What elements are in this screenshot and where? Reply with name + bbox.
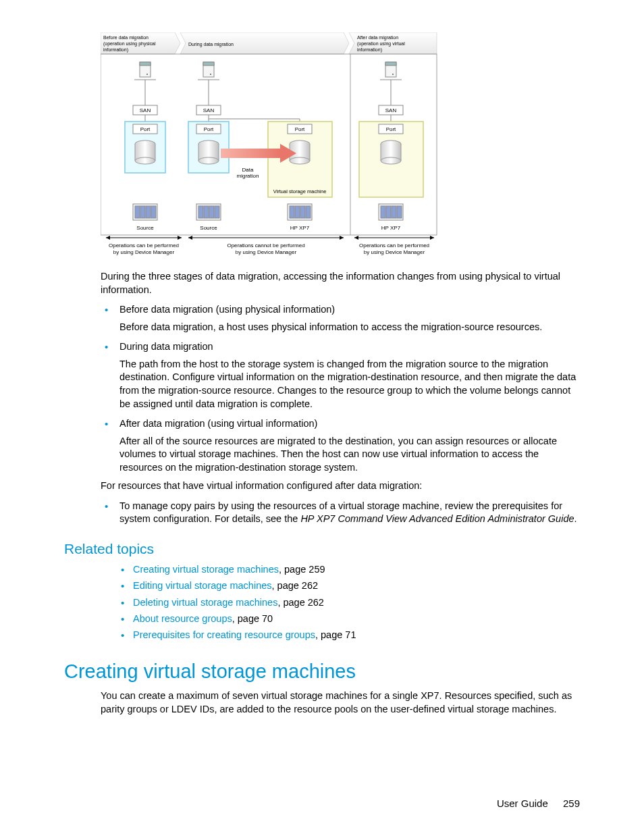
diagram-data-migration-label: Data	[242, 167, 254, 173]
svg-rect-74	[221, 149, 280, 158]
related-link[interactable]: Deleting virtual storage machines	[133, 597, 277, 608]
bullet-body: The path from the host to the storage sy…	[119, 358, 580, 411]
svg-rect-88	[290, 206, 294, 218]
svg-rect-94	[386, 206, 391, 218]
section-heading: Creating virtual storage machines	[64, 660, 580, 683]
svg-rect-83	[198, 206, 203, 218]
svg-marker-107	[430, 236, 434, 240]
bullet-title: After data migration (using virtual info…	[119, 418, 317, 429]
svg-text:information): information)	[103, 47, 128, 53]
svg-rect-80	[146, 206, 151, 218]
svg-rect-95	[392, 206, 396, 218]
related-suffix: , page 70	[232, 613, 273, 624]
diagram-vsm-label: Virtual storage machine	[273, 188, 327, 194]
svg-text:by using Device Manager: by using Device Manager	[236, 249, 297, 255]
diagram-caption-right: Operations can be performed	[359, 242, 429, 249]
svg-text:Port: Port	[295, 126, 305, 132]
svg-marker-100	[106, 236, 110, 240]
svg-text:by using Device Manager: by using Device Manager	[364, 249, 425, 255]
bullet-title: Before data migration (using physical in…	[119, 304, 335, 315]
svg-marker-106	[354, 236, 358, 240]
svg-text:Port: Port	[204, 126, 214, 132]
page-footer: User Guide 259	[64, 798, 580, 809]
bullet-title: During data migration	[119, 341, 213, 352]
bullet-body-italic: HP XP7 Command View Advanced Edition Adm…	[300, 513, 574, 524]
migration-diagram: Before data migration (operation using p…	[101, 32, 438, 262]
svg-rect-13	[203, 62, 214, 66]
svg-point-17	[392, 74, 394, 75]
related-suffix: , page 262	[272, 580, 319, 591]
list-item: To manage copy pairs by using the resour…	[101, 500, 580, 526]
list-item: Before data migration (using physical in…	[101, 303, 580, 334]
svg-rect-90	[300, 206, 305, 218]
svg-text:Port: Port	[140, 126, 151, 132]
svg-point-11	[146, 74, 148, 75]
diagram-xp7-label: HP XP7	[290, 225, 310, 231]
list-item: About resource groups, page 70	[119, 612, 580, 625]
svg-text:SAN: SAN	[385, 107, 397, 113]
svg-text:(operation using physical: (operation using physical	[103, 41, 156, 47]
svg-rect-79	[140, 206, 145, 218]
svg-marker-101	[178, 236, 182, 240]
svg-rect-78	[135, 206, 140, 218]
footer-page-number: 259	[563, 798, 580, 809]
svg-rect-10	[140, 62, 151, 66]
diagram-caption-center: Operations cannot be performed	[227, 242, 304, 249]
svg-text:by using Device Manager: by using Device Manager	[113, 249, 175, 255]
svg-rect-89	[295, 206, 300, 218]
svg-text:Source: Source	[200, 225, 217, 231]
server-icon	[140, 62, 151, 77]
svg-text:Port: Port	[386, 126, 396, 132]
diagram-header-after: After data migration	[357, 35, 398, 41]
svg-marker-103	[188, 236, 192, 240]
related-link[interactable]: Prerequisites for creating resource grou…	[133, 629, 315, 640]
diagram-source-label: Source	[136, 225, 154, 231]
diagram-san-label: SAN	[140, 107, 151, 113]
svg-point-14	[210, 74, 211, 75]
diagram-header-before: Before data migration	[103, 35, 149, 41]
svg-rect-81	[151, 206, 156, 218]
svg-text:(operation using virtual: (operation using virtual	[357, 41, 405, 47]
section-body: You can create a maximum of seven virtua…	[101, 689, 580, 716]
svg-point-63	[198, 157, 219, 164]
post-list: To manage copy pairs by using the resour…	[101, 500, 580, 526]
related-link[interactable]: About resource groups	[133, 613, 232, 624]
list-item: Creating virtual storage machines, page …	[119, 563, 580, 576]
related-link[interactable]: Creating virtual storage machines	[133, 564, 279, 575]
storage-array-icon	[133, 204, 157, 220]
svg-text:information): information)	[357, 47, 382, 53]
list-item: Editing virtual storage machines, page 2…	[119, 579, 580, 592]
storage-cylinder-icon	[135, 140, 155, 164]
svg-rect-93	[381, 206, 385, 218]
migration-stages-list: Before data migration (using physical in…	[101, 303, 580, 474]
related-suffix: , page 259	[279, 564, 325, 575]
post-list-paragraph: For resources that have virtual informat…	[101, 479, 580, 493]
svg-point-73	[381, 157, 401, 164]
svg-text:HP XP7: HP XP7	[381, 225, 401, 231]
list-item: Deleting virtual storage machines, page …	[119, 596, 580, 609]
diagram-caption-left: Operations can be performed	[109, 242, 179, 249]
list-item: After data migration (using virtual info…	[101, 417, 580, 474]
svg-rect-86	[215, 206, 219, 218]
bullet-body-post: .	[574, 513, 577, 524]
list-item: During data migration The path from the …	[101, 340, 580, 411]
related-topics-list: Creating virtual storage machines, page …	[119, 563, 580, 642]
bullet-body: After all of the source resources are mi…	[119, 435, 580, 475]
svg-point-68	[290, 157, 310, 164]
intro-paragraph: During the three stages of data migratio…	[101, 270, 580, 296]
svg-marker-104	[340, 236, 344, 240]
related-suffix: , page 262	[277, 597, 324, 608]
diagram-header-during: During data migration	[188, 42, 234, 47]
related-link[interactable]: Editing virtual storage machines	[133, 580, 272, 591]
svg-text:migration: migration	[237, 173, 259, 179]
svg-rect-85	[209, 206, 214, 218]
svg-rect-84	[204, 206, 209, 218]
related-suffix: , page 71	[315, 629, 356, 640]
svg-rect-91	[306, 206, 311, 218]
bullet-body: Before data migration, a host uses physi…	[119, 321, 580, 334]
svg-text:SAN: SAN	[203, 107, 215, 113]
related-topics-heading: Related topics	[64, 541, 580, 557]
footer-label: User Guide	[497, 798, 548, 809]
svg-point-58	[135, 157, 155, 164]
list-item: Prerequisites for creating resource grou…	[119, 628, 580, 642]
